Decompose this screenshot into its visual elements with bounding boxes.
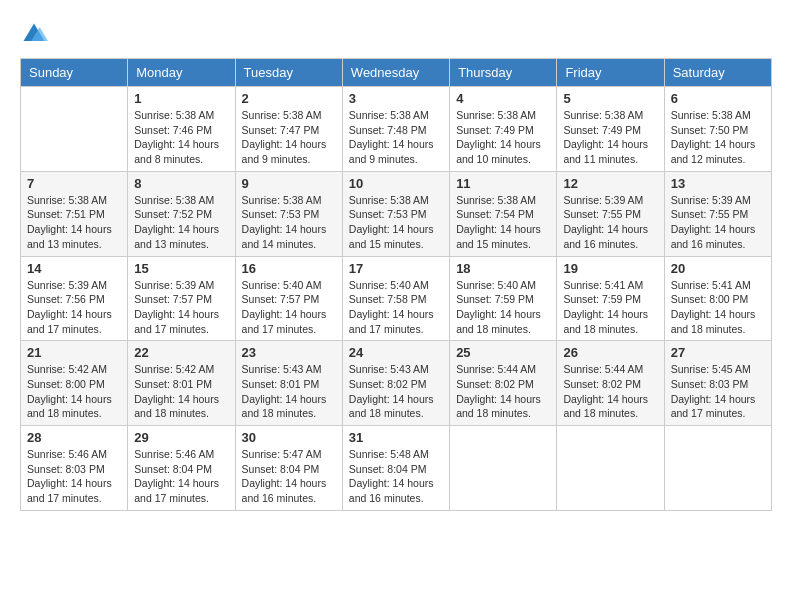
daylight-text: Daylight: 14 hours and 10 minutes. [456,137,550,166]
sunrise-text: Sunrise: 5:47 AM [242,447,336,462]
sunrise-text: Sunrise: 5:44 AM [563,362,657,377]
day-number: 29 [134,430,228,445]
sunrise-text: Sunrise: 5:39 AM [563,193,657,208]
day-info: Sunrise: 5:38 AM Sunset: 7:46 PM Dayligh… [134,108,228,167]
day-info: Sunrise: 5:42 AM Sunset: 8:00 PM Dayligh… [27,362,121,421]
column-header-tuesday: Tuesday [235,59,342,87]
sunset-text: Sunset: 7:59 PM [563,292,657,307]
sunset-text: Sunset: 7:46 PM [134,123,228,138]
day-number: 1 [134,91,228,106]
calendar-cell: 1 Sunrise: 5:38 AM Sunset: 7:46 PM Dayli… [128,87,235,172]
day-number: 14 [27,261,121,276]
calendar-cell: 18 Sunrise: 5:40 AM Sunset: 7:59 PM Dayl… [450,256,557,341]
calendar-cell: 8 Sunrise: 5:38 AM Sunset: 7:52 PM Dayli… [128,171,235,256]
sunset-text: Sunset: 7:50 PM [671,123,765,138]
calendar-week-row: 28 Sunrise: 5:46 AM Sunset: 8:03 PM Dayl… [21,426,772,511]
day-info: Sunrise: 5:38 AM Sunset: 7:53 PM Dayligh… [242,193,336,252]
calendar-cell: 15 Sunrise: 5:39 AM Sunset: 7:57 PM Dayl… [128,256,235,341]
calendar-cell: 3 Sunrise: 5:38 AM Sunset: 7:48 PM Dayli… [342,87,449,172]
sunset-text: Sunset: 7:47 PM [242,123,336,138]
day-number: 16 [242,261,336,276]
day-number: 6 [671,91,765,106]
calendar-table: SundayMondayTuesdayWednesdayThursdayFrid… [20,58,772,511]
day-number: 8 [134,176,228,191]
day-info: Sunrise: 5:39 AM Sunset: 7:56 PM Dayligh… [27,278,121,337]
day-info: Sunrise: 5:38 AM Sunset: 7:49 PM Dayligh… [563,108,657,167]
sunset-text: Sunset: 7:55 PM [563,207,657,222]
calendar-cell: 27 Sunrise: 5:45 AM Sunset: 8:03 PM Dayl… [664,341,771,426]
day-number: 20 [671,261,765,276]
day-info: Sunrise: 5:41 AM Sunset: 8:00 PM Dayligh… [671,278,765,337]
daylight-text: Daylight: 14 hours and 16 minutes. [671,222,765,251]
sunrise-text: Sunrise: 5:38 AM [242,193,336,208]
sunset-text: Sunset: 7:55 PM [671,207,765,222]
daylight-text: Daylight: 14 hours and 17 minutes. [349,307,443,336]
day-info: Sunrise: 5:38 AM Sunset: 7:49 PM Dayligh… [456,108,550,167]
day-info: Sunrise: 5:39 AM Sunset: 7:57 PM Dayligh… [134,278,228,337]
sunrise-text: Sunrise: 5:42 AM [27,362,121,377]
sunrise-text: Sunrise: 5:43 AM [242,362,336,377]
logo [20,20,52,48]
daylight-text: Daylight: 14 hours and 17 minutes. [27,476,121,505]
sunrise-text: Sunrise: 5:43 AM [349,362,443,377]
day-info: Sunrise: 5:38 AM Sunset: 7:47 PM Dayligh… [242,108,336,167]
calendar-cell: 12 Sunrise: 5:39 AM Sunset: 7:55 PM Dayl… [557,171,664,256]
day-number: 31 [349,430,443,445]
daylight-text: Daylight: 14 hours and 14 minutes. [242,222,336,251]
daylight-text: Daylight: 14 hours and 16 minutes. [242,476,336,505]
daylight-text: Daylight: 14 hours and 18 minutes. [563,392,657,421]
sunrise-text: Sunrise: 5:39 AM [671,193,765,208]
daylight-text: Daylight: 14 hours and 13 minutes. [134,222,228,251]
day-number: 5 [563,91,657,106]
calendar-week-row: 1 Sunrise: 5:38 AM Sunset: 7:46 PM Dayli… [21,87,772,172]
calendar-cell: 19 Sunrise: 5:41 AM Sunset: 7:59 PM Dayl… [557,256,664,341]
calendar-cell: 20 Sunrise: 5:41 AM Sunset: 8:00 PM Dayl… [664,256,771,341]
sunset-text: Sunset: 7:59 PM [456,292,550,307]
day-info: Sunrise: 5:38 AM Sunset: 7:53 PM Dayligh… [349,193,443,252]
sunset-text: Sunset: 7:53 PM [349,207,443,222]
logo-icon [20,20,48,48]
day-number: 17 [349,261,443,276]
day-number: 19 [563,261,657,276]
sunrise-text: Sunrise: 5:45 AM [671,362,765,377]
daylight-text: Daylight: 14 hours and 18 minutes. [27,392,121,421]
daylight-text: Daylight: 14 hours and 18 minutes. [134,392,228,421]
sunset-text: Sunset: 8:02 PM [456,377,550,392]
sunset-text: Sunset: 8:02 PM [349,377,443,392]
day-number: 11 [456,176,550,191]
sunset-text: Sunset: 8:04 PM [349,462,443,477]
calendar-cell: 5 Sunrise: 5:38 AM Sunset: 7:49 PM Dayli… [557,87,664,172]
day-number: 12 [563,176,657,191]
sunset-text: Sunset: 7:57 PM [242,292,336,307]
calendar-cell: 31 Sunrise: 5:48 AM Sunset: 8:04 PM Dayl… [342,426,449,511]
day-info: Sunrise: 5:46 AM Sunset: 8:03 PM Dayligh… [27,447,121,506]
sunset-text: Sunset: 8:04 PM [134,462,228,477]
daylight-text: Daylight: 14 hours and 16 minutes. [563,222,657,251]
day-info: Sunrise: 5:41 AM Sunset: 7:59 PM Dayligh… [563,278,657,337]
calendar-cell [557,426,664,511]
calendar-cell [450,426,557,511]
day-number: 28 [27,430,121,445]
sunset-text: Sunset: 8:00 PM [27,377,121,392]
day-number: 24 [349,345,443,360]
day-number: 9 [242,176,336,191]
calendar-cell: 10 Sunrise: 5:38 AM Sunset: 7:53 PM Dayl… [342,171,449,256]
day-info: Sunrise: 5:48 AM Sunset: 8:04 PM Dayligh… [349,447,443,506]
sunrise-text: Sunrise: 5:41 AM [563,278,657,293]
day-info: Sunrise: 5:42 AM Sunset: 8:01 PM Dayligh… [134,362,228,421]
sunrise-text: Sunrise: 5:38 AM [349,193,443,208]
day-info: Sunrise: 5:39 AM Sunset: 7:55 PM Dayligh… [671,193,765,252]
day-info: Sunrise: 5:44 AM Sunset: 8:02 PM Dayligh… [563,362,657,421]
sunset-text: Sunset: 8:02 PM [563,377,657,392]
calendar-week-row: 14 Sunrise: 5:39 AM Sunset: 7:56 PM Dayl… [21,256,772,341]
day-info: Sunrise: 5:39 AM Sunset: 7:55 PM Dayligh… [563,193,657,252]
day-number: 15 [134,261,228,276]
day-number: 23 [242,345,336,360]
column-header-sunday: Sunday [21,59,128,87]
daylight-text: Daylight: 14 hours and 11 minutes. [563,137,657,166]
day-info: Sunrise: 5:38 AM Sunset: 7:48 PM Dayligh… [349,108,443,167]
daylight-text: Daylight: 14 hours and 15 minutes. [456,222,550,251]
daylight-text: Daylight: 14 hours and 17 minutes. [27,307,121,336]
sunset-text: Sunset: 8:00 PM [671,292,765,307]
sunrise-text: Sunrise: 5:40 AM [242,278,336,293]
